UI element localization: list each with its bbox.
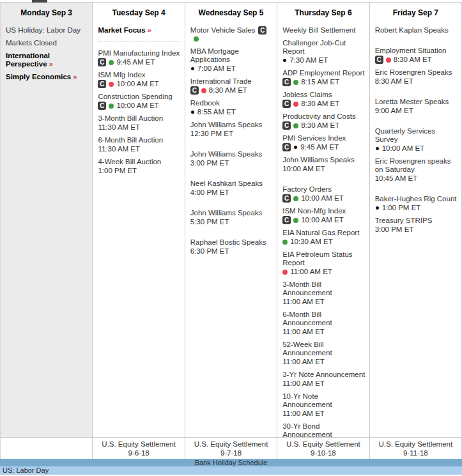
event-title[interactable]: PMI Manufacturing Index (98, 49, 180, 57)
calendar-event: Weekly Bill Settlement (282, 26, 366, 35)
event-title-row: Productivity and Costs (282, 112, 366, 121)
event-title[interactable]: Jobless Claims (282, 91, 332, 98)
event-time: 12:30 PM ET (190, 130, 233, 138)
event-title[interactable]: Simply Economics (6, 73, 71, 81)
event-title: US Holiday: Labor Day (6, 26, 81, 34)
calendar-event: EIA Natural Gas Report10:30 AM ET (282, 229, 366, 246)
event-title[interactable]: Construction Spending (98, 93, 172, 100)
event-time-row: 1:00 PM ET (98, 167, 181, 175)
event-time: 3:00 PM ET (375, 226, 414, 234)
event-title[interactable]: 10-Yr Note Announcement (282, 392, 332, 408)
top-edge-tab (32, 0, 47, 3)
event-time-row: C10:00 AM ET (98, 80, 181, 88)
event-title[interactable]: Market Focus (98, 26, 145, 34)
event-title: Markets Closed (6, 39, 57, 47)
event-title[interactable]: Loretta Mester Speaks (375, 98, 449, 105)
event-title[interactable]: Raphael Bostic Speaks (190, 238, 266, 246)
event-title[interactable]: Productivity and Costs (282, 112, 355, 120)
event-time-row: C8:30 AM ET (282, 121, 366, 130)
calendar-event: Raphael Bostic Speaks6:30 PM ET (190, 238, 273, 256)
calendar-event: 6-Month Bill Auction11:30 AM ET (98, 136, 181, 153)
calendar-event: International TradeC8:30 AM ET (190, 77, 273, 95)
consensus-c-icon: C (98, 58, 106, 66)
event-time: 11:00 AM ET (290, 268, 332, 276)
dashed-divider (98, 41, 180, 42)
event-time: 10:00 AM ET (116, 80, 158, 88)
event-title-row: ADP Employment Report (282, 69, 366, 77)
event-title[interactable]: 4-Week Bill Auction (98, 158, 161, 165)
event-title[interactable]: 3-Month Bill Announcement (282, 280, 332, 296)
event-title[interactable]: Neel Kashkari Speaks (190, 180, 263, 187)
event-title[interactable]: Employment Situation (375, 47, 447, 54)
event-title[interactable]: PMI Services Index (282, 134, 346, 142)
event-title[interactable]: ISM Mfg Index (98, 71, 145, 79)
event-time-row: C8:15 AM ET (282, 78, 366, 86)
event-title[interactable]: ADP Employment Report (282, 69, 364, 77)
event-title-row: 4-Week Bill Auction (98, 158, 181, 166)
event-title-row: 10-Yr Note Announcement (282, 392, 366, 409)
event-title[interactable]: International Perspective (6, 52, 50, 68)
event-title[interactable]: 3-Month Bill Auction (98, 114, 163, 122)
event-title[interactable]: Motor Vehicle Sales (190, 26, 256, 34)
green-dot-icon (282, 240, 288, 245)
event-title[interactable]: Robert Kaplan Speaks (375, 26, 449, 34)
event-title[interactable]: 6-Month Bill Auction (98, 136, 163, 144)
event-title[interactable]: John Williams Speaks (190, 150, 262, 158)
event-title-row: 3-Month Bill Auction (98, 114, 181, 123)
calendar-event: John Williams Speaks3:00 PM ET (190, 150, 273, 167)
event-title[interactable]: Quarterly Services Survey (375, 127, 436, 143)
event-time-row: 10:45 AM ET (375, 174, 458, 183)
event-title[interactable]: John Williams Speaks (190, 121, 262, 128)
calendar-event: John Williams Speaks5:30 PM ET (190, 209, 273, 226)
event-title[interactable]: 30-Yr Bond Announcement (282, 422, 332, 437)
calendar-event: Loretta Mester Speaks9:00 AM ET (375, 98, 458, 115)
event-time: 10:30 AM ET (290, 238, 332, 246)
event-title-row: EIA Petroleum Status Report (282, 250, 366, 267)
event-title-row: Market Focus» (98, 26, 181, 35)
event-title[interactable]: 3-Yr Note Announcement (282, 371, 365, 378)
event-title-row: John Williams Speaks (282, 156, 366, 164)
event-time-row: 11:00 AM ET (282, 298, 366, 306)
event-title-row: Weekly Bill Settlement (282, 26, 366, 35)
event-title-row: Redbook (190, 99, 273, 107)
event-time-row: 4:00 PM ET (190, 188, 273, 197)
event-time-row: 11:30 AM ET (98, 123, 181, 132)
event-title[interactable]: John Williams Speaks (282, 156, 354, 164)
settlement-label: U.S. Equity Settlement (277, 440, 369, 449)
event-title[interactable]: Redbook (190, 99, 220, 107)
event-title[interactable]: EIA Petroleum Status Report (282, 250, 352, 266)
event-time-row: 3:00 PM ET (375, 226, 458, 234)
calendar-event: Factory OrdersC10:00 AM ET (282, 185, 366, 203)
event-time-row: 11:00 AM ET (282, 380, 366, 388)
events-list: Robert Kaplan SpeaksEmployment Situation… (370, 17, 461, 234)
consensus-c-icon: C (282, 143, 291, 151)
event-title-row: PMI Manufacturing Index (98, 49, 181, 58)
event-title[interactable]: EIA Natural Gas Report (282, 229, 359, 236)
event-title[interactable]: International Trade (190, 77, 252, 85)
event-time-row: 5:30 PM ET (190, 218, 273, 226)
calendar-event: Markets Closed (6, 39, 89, 47)
link-arrow-icon: » (148, 26, 151, 34)
event-title[interactable]: MBA Mortgage Applications (190, 47, 239, 63)
event-title[interactable]: Treasury STRIPS (375, 217, 433, 224)
event-time-row: 10:30 AM ET (282, 238, 366, 246)
event-title[interactable]: Baker-Hughes Rig Count (375, 195, 457, 203)
event-title[interactable]: 6-Month Bill Announcement (282, 311, 332, 326)
event-time-row: C9:45 AM ET (98, 58, 181, 66)
settlement-label: U.S. Equity Settlement (93, 440, 184, 449)
settlement-label: U.S. Equity Settlement (185, 440, 277, 449)
event-title[interactable]: 52-Week Bill Announcement (282, 341, 332, 357)
event-time-row: 11:00 AM ET (282, 328, 366, 336)
event-title[interactable]: Factory Orders (282, 185, 332, 193)
event-title-row: 52-Week Bill Announcement (282, 341, 366, 357)
event-title[interactable]: Eric Rosengren speaks on Saturday (375, 157, 451, 173)
event-title[interactable]: Eric Rosengren Speaks (375, 68, 452, 76)
event-title[interactable]: Challenger Job-Cut Report (282, 39, 346, 55)
event-title-row: ISM Non-Mfg Index (282, 207, 366, 215)
event-title[interactable]: John Williams Speaks (190, 209, 262, 217)
event-title[interactable]: ISM Non-Mfg Index (282, 207, 346, 215)
event-time: 11:00 AM ET (282, 358, 325, 366)
event-title[interactable]: Weekly Bill Settlement (282, 26, 355, 34)
event-time: 8:30 AM ET (209, 86, 247, 95)
event-title-row: 3-Month Bill Announcement (282, 280, 366, 297)
